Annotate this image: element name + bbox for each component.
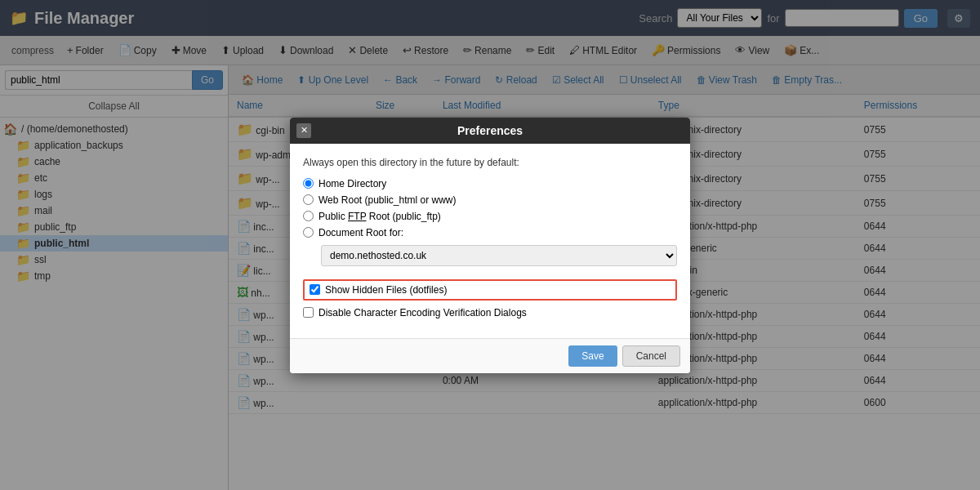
modal-footer: Save Cancel <box>290 338 690 373</box>
radio-web-root-label: Web Root (public_html or www) <box>318 194 457 206</box>
radio-group: Home Directory Web Root (public_html or … <box>303 178 677 238</box>
modal-description: Always open this directory in the future… <box>303 157 677 168</box>
show-hidden-checkbox-container: Show Hidden Files (dotfiles) <box>303 279 677 301</box>
radio-public-ftp-input[interactable] <box>303 211 314 221</box>
disable-encoding-label: Disable Character Encoding Verification … <box>318 307 527 318</box>
modal-overlay: ✕ Preferences Always open this directory… <box>0 0 980 490</box>
radio-public-ftp-label: Public FTP Root (public_ftp) <box>318 211 441 222</box>
preferences-modal: ✕ Preferences Always open this directory… <box>290 118 690 373</box>
radio-doc-root-label: Document Root for: <box>318 227 403 238</box>
radio-home-input[interactable] <box>303 178 314 189</box>
modal-header: ✕ Preferences <box>290 118 690 144</box>
radio-doc-root[interactable]: Document Root for: <box>303 227 677 238</box>
modal-close-button[interactable]: ✕ <box>296 123 311 138</box>
radio-web-root-input[interactable] <box>303 194 314 205</box>
cancel-button[interactable]: Cancel <box>622 345 680 367</box>
radio-public-ftp[interactable]: Public FTP Root (public_ftp) <box>303 211 677 222</box>
disable-encoding-checkbox-container: Disable Character Encoding Verification … <box>303 307 677 318</box>
radio-home-directory[interactable]: Home Directory <box>303 178 677 189</box>
show-hidden-label: Show Hidden Files (dotfiles) <box>325 284 447 296</box>
radio-web-root[interactable]: Web Root (public_html or www) <box>303 194 677 206</box>
show-hidden-checkbox[interactable] <box>310 284 320 295</box>
domain-select[interactable]: demo.nethosted.co.uk <box>321 245 677 266</box>
domain-select-group: demo.nethosted.co.uk <box>321 245 677 266</box>
save-button[interactable]: Save <box>568 345 617 367</box>
modal-title: Preferences <box>457 124 523 137</box>
radio-home-label: Home Directory <box>318 178 386 189</box>
modal-body: Always open this directory in the future… <box>290 144 690 338</box>
disable-encoding-checkbox[interactable] <box>303 307 314 318</box>
radio-doc-root-input[interactable] <box>303 227 314 238</box>
